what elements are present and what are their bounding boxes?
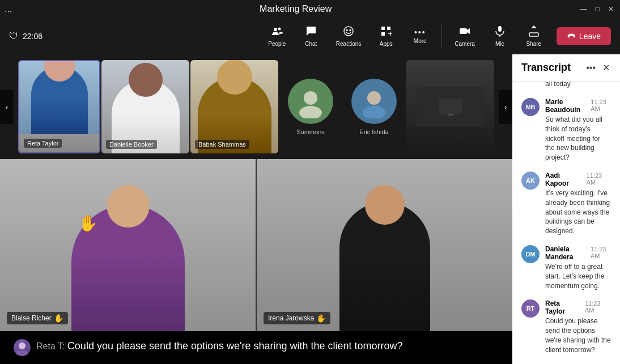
svg-point-17 — [363, 106, 385, 118]
svg-point-1 — [278, 27, 281, 30]
strip-nav-right[interactable]: › — [499, 90, 512, 124]
people-icon — [271, 25, 283, 40]
svg-point-21 — [15, 350, 29, 356]
leave-button[interactable]: Leave — [557, 27, 611, 45]
caption-speaker: Reta T: — [36, 341, 65, 351]
message-text: We're off to a great start. Let's keep t… — [545, 262, 611, 290]
svg-point-3 — [346, 29, 347, 31]
mic-button[interactable]: Mic — [484, 22, 516, 50]
apps-icon: + — [380, 25, 392, 40]
participant-tile-eric[interactable]: Eric Ishida — [343, 60, 405, 153]
participant-name-reta: Reta Taylor — [24, 139, 62, 148]
titlebar: ... Marketing Review — □ ✕ — [0, 0, 620, 18]
hand-raised-icon-irena: ✋ — [316, 314, 326, 323]
message-row: RT Reta Taylor 11:23 AM Could you please… — [512, 295, 620, 359]
message-content: Daniela Mandera 11:23 AM We're off to a … — [545, 245, 611, 290]
left-panel: ‹ Reta Taylor — [0, 54, 512, 364]
camera-icon — [459, 25, 470, 40]
topbar: 🛡 22:06 People Chat Reactions + Apps — [0, 18, 620, 54]
video-tile-irena: Irena Jarowska ✋ — [257, 159, 512, 331]
transcript-panel: Transcript ••• ✕ CD Charlotte De Crum 11… — [512, 54, 620, 364]
video-grid: ✋ Blaise Richer ✋ Irena Jarowska — [0, 159, 512, 331]
apps-button[interactable]: + Apps — [370, 22, 402, 50]
caption-bar: Reta T: Could you please send the option… — [0, 331, 512, 364]
message-header: Daniela Mandera 11:23 AM — [545, 245, 611, 261]
message-header: Reta Taylor 11:23 AM — [545, 299, 611, 315]
share-button[interactable]: Share — [518, 22, 550, 50]
transcript-close-button[interactable]: ✕ — [601, 61, 611, 74]
leave-label: Leave — [579, 32, 601, 41]
mic-icon — [494, 25, 506, 40]
participant-tile-room[interactable] — [406, 60, 494, 153]
svg-point-4 — [350, 29, 351, 31]
participant-name-babak: Babak Shammas — [195, 140, 249, 149]
summons-avatar — [288, 79, 333, 124]
eric-avatar — [351, 79, 397, 124]
hand-raised-icon-blaise: ✋ — [54, 314, 63, 323]
camera-button[interactable]: Camera — [448, 22, 482, 50]
message-sender: Reta Taylor — [545, 299, 581, 315]
participant-tile-summons[interactable]: Summons — [279, 60, 342, 153]
message-sender: Daniela Mandera — [545, 245, 587, 261]
participant-tile-danielle[interactable]: Danielle Booker — [101, 60, 189, 153]
titlebar-title: Marketing Review — [260, 4, 332, 14]
message-avatar: RT — [521, 299, 540, 318]
svg-rect-19 — [448, 114, 453, 115]
participant-tile-reta[interactable]: Reta Taylor — [18, 60, 100, 153]
message-content: Babak Shammas 11:23 AM Thanks for the in… — [545, 82, 611, 89]
transcript-header-icons: ••• ✕ — [585, 61, 611, 74]
video-tile-blaise: ✋ Blaise Richer ✋ — [0, 159, 256, 331]
message-content: Aadi Kapoor 11:23 AM It's very exciting.… — [545, 172, 611, 236]
participant-name-danielle: Danielle Booker — [106, 140, 157, 149]
message-sender: Marie Beaudouin — [545, 98, 587, 114]
more-icon: ••• — [414, 28, 426, 37]
people-label: People — [268, 41, 286, 47]
message-header: Aadi Kapoor 11:23 AM — [545, 172, 611, 187]
transcript-messages[interactable]: CD Charlotte De Crum 11:23 AM Welcome to… — [512, 82, 620, 364]
chat-icon — [305, 25, 317, 40]
participant-name-summons: Summons — [296, 129, 325, 135]
reactions-label: Reactions — [336, 41, 361, 47]
reactions-button[interactable]: Reactions — [329, 22, 368, 50]
svg-rect-5 — [381, 27, 385, 30]
svg-rect-18 — [439, 99, 462, 114]
participant-tile-babak[interactable]: Babak Shammas — [190, 60, 278, 153]
camera-label: Camera — [455, 41, 475, 47]
timer-display: 22:06 — [23, 32, 43, 41]
share-icon — [528, 25, 540, 40]
transcript-header: Transcript ••• ✕ — [512, 54, 620, 82]
meeting-timer: 🛡 22:06 — [9, 31, 261, 41]
apps-label: Apps — [380, 41, 393, 47]
shield-icon: 🛡 — [9, 31, 18, 41]
topbar-actions: People Chat Reactions + Apps ••• More — [261, 22, 611, 50]
caption-content: Reta T: Could you please send the option… — [36, 339, 403, 353]
transcript-more-button[interactable]: ••• — [585, 61, 597, 74]
message-header: Marie Beaudouin 11:23 AM — [545, 98, 611, 114]
svg-marker-10 — [467, 28, 470, 34]
svg-point-2 — [344, 27, 353, 36]
svg-point-0 — [274, 28, 277, 31]
maximize-button[interactable]: □ — [593, 5, 602, 14]
svg-rect-9 — [460, 28, 467, 34]
svg-point-15 — [299, 106, 322, 118]
video-name-irena: Irena Jarowska ✋ — [264, 312, 330, 324]
titlebar-dots: ... — [5, 4, 12, 14]
message-row: MB Marie Beaudouin 11:23 AM So what did … — [512, 93, 620, 167]
svg-point-20 — [19, 342, 26, 349]
video-name-blaise: Blaise Richer ✋ — [7, 312, 68, 324]
mic-label: Mic — [495, 41, 504, 47]
message-text: It's very exciting. I've already been th… — [545, 189, 611, 236]
minimize-button[interactable]: — — [579, 5, 588, 14]
chat-button[interactable]: Chat — [295, 22, 327, 50]
message-time: 11:23 AM — [591, 246, 611, 259]
transcript-title: Transcript — [521, 62, 571, 74]
message-avatar: AK — [521, 172, 540, 190]
close-button[interactable]: ✕ — [606, 5, 615, 14]
people-button[interactable]: People — [261, 22, 293, 50]
message-row: DM Daniela Mandera 11:23 AM We're off to… — [512, 241, 620, 295]
strip-nav-left[interactable]: ‹ — [0, 90, 14, 124]
svg-point-14 — [304, 91, 317, 105]
more-button[interactable]: ••• More — [404, 24, 436, 48]
svg-rect-11 — [498, 26, 502, 32]
more-label: More — [414, 38, 427, 44]
